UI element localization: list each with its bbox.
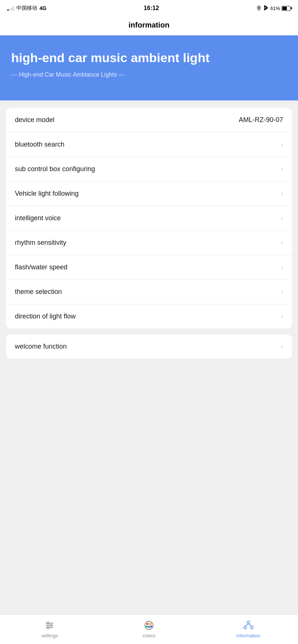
battery-percent: 61% xyxy=(270,6,280,11)
svg-point-15 xyxy=(250,627,253,629)
chevron-icon: › xyxy=(281,239,283,247)
battery-icon xyxy=(282,6,291,11)
status-right: 61% xyxy=(256,5,291,12)
theme-selection-label: theme selection xyxy=(15,288,62,296)
list-item-welcome-function[interactable]: welcome function › xyxy=(6,334,292,359)
battery-fill xyxy=(282,7,287,10)
chevron-icon: › xyxy=(281,141,283,148)
hero-subtitle: --- High-end Car Music Ambiance Lights -… xyxy=(11,71,287,78)
svg-line-17 xyxy=(248,624,252,627)
svg-point-10 xyxy=(148,626,150,628)
welcome-function-label: welcome function xyxy=(15,343,67,350)
list-item-device-model[interactable]: device model AML-RZ-90-07 xyxy=(6,108,292,132)
status-left: 中国移动 4G xyxy=(7,5,47,12)
bluetooth-search-label: bluetooth search xyxy=(15,141,64,148)
list-item-rhythm-sensitivity[interactable]: rhythm sensitivity › xyxy=(6,231,292,255)
information-icon xyxy=(243,620,254,631)
vehicle-light-label: Vehicle light following xyxy=(15,190,79,198)
bluetooth-icon xyxy=(264,5,268,12)
nav-settings-label: settings xyxy=(41,633,58,638)
nav-item-colors[interactable]: colors xyxy=(99,615,199,644)
chevron-icon: › xyxy=(281,165,283,173)
svg-point-12 xyxy=(150,625,152,628)
content-area: device model AML-RZ-90-07 bluetooth sear… xyxy=(0,100,298,614)
network-type: 4G xyxy=(39,5,47,11)
direction-light-flow-label: direction of light flow xyxy=(15,313,76,320)
device-model-value: AML-RZ-90-07 xyxy=(239,116,283,124)
list-item-sub-control-box[interactable]: sub control box configuring › xyxy=(6,157,292,182)
svg-point-6 xyxy=(47,627,49,629)
second-card: welcome function › xyxy=(6,334,292,359)
chevron-icon: › xyxy=(281,288,283,296)
chevron-icon: › xyxy=(281,313,283,320)
svg-point-7 xyxy=(145,621,153,629)
nav-item-settings[interactable]: settings xyxy=(0,615,99,644)
settings-icon xyxy=(44,620,55,631)
chevron-icon: › xyxy=(281,343,283,350)
list-item-theme-selection[interactable]: theme selection › xyxy=(6,280,292,304)
carrier-text: 中国移动 xyxy=(16,5,37,12)
location-icon xyxy=(256,6,261,11)
chevron-icon: › xyxy=(281,190,283,198)
list-item-vehicle-light[interactable]: Vehicle light following › xyxy=(6,182,292,206)
page-header: information xyxy=(0,16,298,35)
hero-banner: high-end car music ambient light --- Hig… xyxy=(0,35,298,100)
svg-point-13 xyxy=(247,621,250,624)
chevron-icon: › xyxy=(281,263,283,271)
nav-colors-label: colors xyxy=(143,633,156,638)
list-item-intelligent-voice[interactable]: intelligent voice › xyxy=(6,206,292,231)
rhythm-sensitivity-label: rhythm sensitivity xyxy=(15,239,66,247)
signal-icon xyxy=(7,6,14,11)
device-model-label: device model xyxy=(15,116,54,124)
hero-title: high-end car music ambient light xyxy=(11,50,287,65)
status-bar: 中国移动 4G 16:12 61% xyxy=(0,0,298,16)
bottom-nav: settings colors information xyxy=(0,614,298,644)
svg-point-14 xyxy=(244,627,246,629)
nav-information-label: information xyxy=(237,633,260,638)
page-title: information xyxy=(129,21,169,29)
svg-point-0 xyxy=(258,7,260,9)
svg-point-11 xyxy=(146,625,148,628)
svg-point-9 xyxy=(149,623,152,625)
list-item-direction-light-flow[interactable]: direction of light flow › xyxy=(6,304,292,329)
nav-item-information[interactable]: information xyxy=(199,615,298,644)
svg-line-16 xyxy=(245,624,248,627)
intelligent-voice-label: intelligent voice xyxy=(15,214,61,222)
list-item-bluetooth-search[interactable]: bluetooth search › xyxy=(6,132,292,157)
svg-point-5 xyxy=(50,625,52,627)
list-item-flash-water-speed[interactable]: flash/water speed › xyxy=(6,255,292,280)
svg-point-8 xyxy=(146,623,149,625)
flash-water-speed-label: flash/water speed xyxy=(15,263,67,271)
chevron-icon: › xyxy=(281,214,283,222)
colors-icon xyxy=(144,620,154,631)
svg-point-4 xyxy=(47,622,49,624)
battery-indicator: 61% xyxy=(270,6,291,11)
status-time: 16:12 xyxy=(144,5,159,12)
sub-control-box-label: sub control box configuring xyxy=(15,165,95,173)
main-card: device model AML-RZ-90-07 bluetooth sear… xyxy=(6,108,292,329)
